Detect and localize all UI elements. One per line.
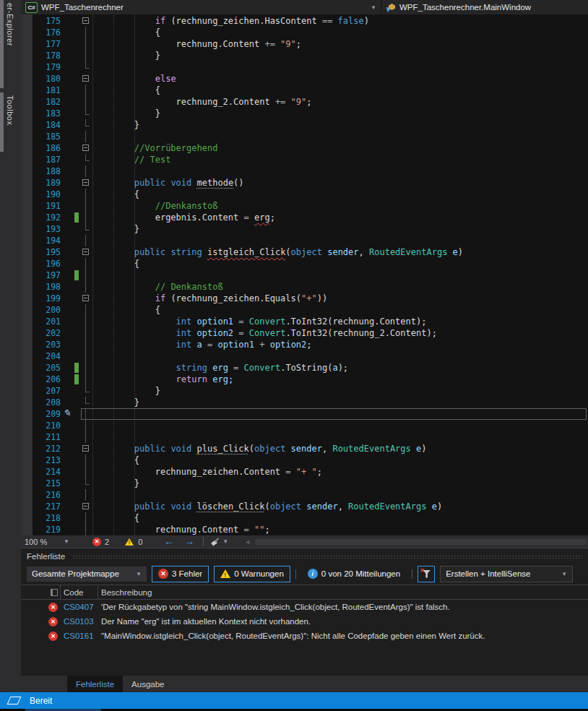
code-line[interactable]: 211 (21, 431, 588, 443)
breakpoint-margin-cell[interactable] (21, 304, 33, 316)
breakpoint-margin-cell[interactable] (21, 212, 33, 223)
fold-margin[interactable]: − (81, 177, 91, 189)
breakpoint-margin-cell[interactable] (21, 420, 33, 431)
collapse-box-icon[interactable]: − (82, 75, 89, 82)
breakpoint-margin-cell[interactable] (21, 362, 33, 374)
code-line[interactable]: 203 int a = option1 + option2; (21, 339, 588, 350)
breakpoint-margin-cell[interactable] (21, 293, 33, 304)
code-line[interactable]: 190 { (21, 189, 588, 200)
code-line[interactable]: 208 } (21, 397, 588, 408)
breakpoint-margin-cell[interactable] (21, 177, 33, 189)
breakpoint-margin-cell[interactable] (21, 15, 33, 27)
code-line[interactable]: 209✎ (21, 408, 588, 420)
zoom-dropdown[interactable]: 100 % ▼ (21, 535, 74, 548)
breakpoint-margin-cell[interactable] (21, 131, 33, 142)
errors-toggle-button[interactable]: ✕ 3 Fehler (152, 566, 209, 582)
code-line[interactable]: 204 (21, 350, 588, 362)
code-line[interactable]: 193 } (21, 223, 588, 235)
code-line[interactable]: 179 (21, 61, 588, 73)
fold-margin[interactable]: − (81, 73, 91, 85)
severity-column-header[interactable] (46, 585, 61, 599)
collapse-box-icon[interactable]: − (82, 445, 89, 452)
tool-window-tab-fehlerliste[interactable]: Fehlerliste (67, 676, 123, 692)
code-line[interactable]: 202 int option2 = Convert.ToInt32(rechnu… (21, 327, 588, 339)
breakpoint-margin-cell[interactable] (21, 258, 33, 270)
code-line[interactable]: 206 return erg; (21, 374, 588, 385)
fold-margin[interactable]: − (81, 142, 91, 154)
code-line[interactable]: 205 string erg = Convert.ToString(a); (21, 362, 588, 374)
description-column-header[interactable]: Beschreibung (98, 585, 588, 599)
breakpoint-margin-cell[interactable] (21, 200, 33, 212)
collapse-box-icon[interactable]: − (82, 295, 89, 301)
code-line[interactable]: 214 rechnung_zeichen.Content = "+ "; (21, 466, 588, 478)
breakpoint-margin-cell[interactable] (21, 235, 33, 246)
code-line[interactable]: 218 { (21, 512, 588, 524)
breakpoint-margin-cell[interactable] (21, 223, 33, 235)
code-line[interactable]: 212− public void plus_Click(object sende… (21, 443, 588, 454)
warning-count-icon[interactable]: ! (125, 538, 134, 546)
error-code-link[interactable]: CS0407 (61, 603, 98, 611)
sidebar-tab-toolbox[interactable]: Toolbox (0, 92, 21, 152)
breakpoint-margin-cell[interactable] (21, 397, 33, 408)
collapse-box-icon[interactable]: − (82, 503, 89, 509)
breakpoint-margin-cell[interactable] (21, 142, 33, 154)
tool-window-tab-ausgabe[interactable]: Ausgabe (123, 676, 173, 692)
code-line[interactable]: 194 (21, 235, 588, 246)
breakpoint-margin-cell[interactable] (21, 165, 33, 177)
chevron-down-icon[interactable]: ▼ (222, 538, 228, 545)
type-dropdown[interactable]: WPF_Taschenrechner.MainWindow (382, 0, 588, 14)
error-count-icon[interactable]: ✕ (92, 538, 101, 546)
breakpoint-margin-cell[interactable] (21, 61, 33, 73)
hscroll-left-arrow[interactable]: ◄ (244, 538, 251, 546)
navigate-back-icon[interactable]: ← (164, 536, 174, 547)
code-line[interactable]: 186− //Vorrübergehend (21, 142, 588, 154)
breakpoint-margin-cell[interactable] (21, 327, 33, 339)
code-line[interactable]: 216 (21, 489, 588, 501)
breakpoint-margin-cell[interactable] (21, 316, 33, 327)
code-line[interactable]: 178 } (21, 50, 588, 61)
code-line[interactable]: 196 { (21, 258, 588, 270)
project-dropdown[interactable]: C# WPF_Taschenrechner ▼ (21, 0, 382, 14)
code-line[interactable]: 207 } (21, 385, 588, 397)
code-line[interactable]: 197 (21, 270, 588, 281)
scope-filter-dropdown[interactable]: Gesamte Projektmappe ▼ (27, 566, 147, 582)
breakpoint-margin-cell[interactable] (21, 73, 33, 85)
breakpoint-margin-cell[interactable] (21, 189, 33, 200)
collapse-box-icon[interactable]: − (82, 179, 89, 186)
code-line[interactable]: 200 { (21, 304, 588, 316)
code-line[interactable]: 184 } (21, 119, 588, 131)
code-line[interactable]: 215 } (21, 478, 588, 489)
code-line[interactable]: 210 (21, 420, 588, 431)
code-line[interactable]: 176 { (21, 27, 588, 38)
breakpoint-margin-cell[interactable] (21, 501, 33, 512)
sidebar-tab-server-explorer[interactable]: er-Explorer (0, 0, 21, 88)
breakpoint-margin-cell[interactable] (21, 431, 33, 443)
warnings-toggle-button[interactable]: ! 0 Warnungen (214, 566, 290, 582)
breakpoint-margin-cell[interactable] (21, 38, 33, 50)
code-column-header[interactable]: Code (61, 585, 98, 599)
code-cleanup-icon[interactable] (211, 537, 220, 546)
breakpoint-margin-cell[interactable] (21, 50, 33, 61)
hscroll-thumb[interactable] (255, 539, 587, 545)
panel-title-bar[interactable]: Fehlerliste (21, 548, 588, 564)
breakpoint-margin-cell[interactable] (21, 350, 33, 362)
fold-margin[interactable]: − (81, 246, 91, 258)
collapse-box-icon[interactable]: − (82, 17, 89, 24)
breakpoint-margin-cell[interactable] (21, 96, 33, 108)
error-code-link[interactable]: CS0161 (61, 632, 98, 640)
breakpoint-margin-cell[interactable] (21, 489, 33, 501)
collapse-box-icon[interactable]: − (82, 145, 89, 151)
breakpoint-margin-cell[interactable] (21, 466, 33, 478)
code-line[interactable]: 181 { (21, 85, 588, 96)
breakpoint-margin-cell[interactable] (21, 524, 33, 535)
breakpoint-margin-cell[interactable] (21, 385, 33, 397)
code-line[interactable]: 188 (21, 165, 588, 177)
code-editor[interactable]: 175− if (rechnung_zeichen.HasContent == … (21, 14, 588, 535)
code-line[interactable]: 198 // Denkanstoß (21, 281, 588, 293)
breakpoint-margin-cell[interactable] (21, 408, 33, 420)
code-line[interactable]: 177 rechnung.Content += "9"; (21, 38, 588, 50)
code-line[interactable]: 182 rechnung_2.Content += "9"; (21, 96, 588, 108)
code-line[interactable]: 201 int option1 = Convert.ToInt32(rechnu… (21, 316, 588, 327)
collapse-box-icon[interactable]: − (82, 249, 89, 255)
code-line[interactable]: 219 rechnung.Content = ""; (21, 524, 588, 535)
